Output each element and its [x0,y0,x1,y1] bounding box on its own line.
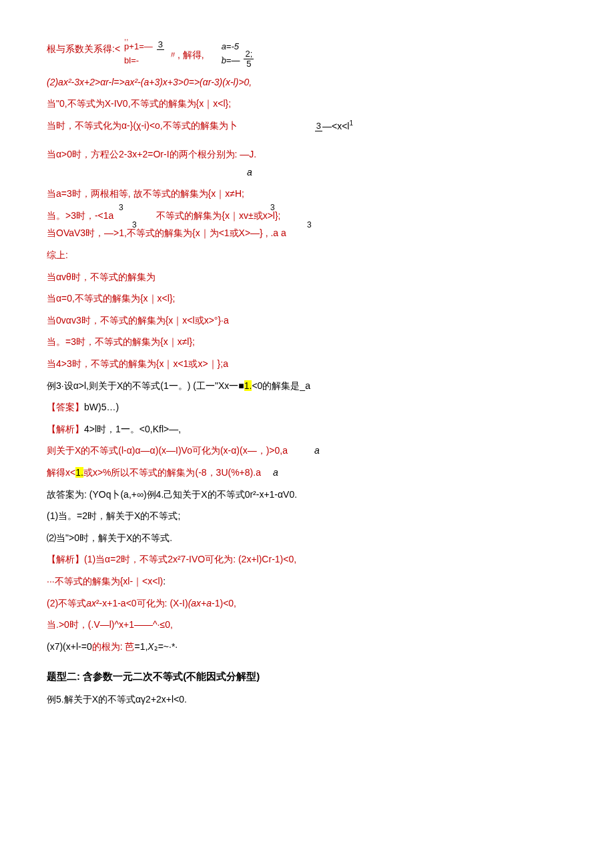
summary-zero: 当α=0,不等式的解集为{x｜x<l}; [47,290,567,308]
analysis-sub1-line: 【解析】(1)当α=2时，不等式2x²7-IVO可化为: (2x+l)Cr-1)… [47,550,567,568]
sub2-factor-line: (2)不等式ax²-x+1-a<0可化为: (X-I)(ax+a-1)<0, [47,594,567,612]
analysis-2-line: 则关于X的不等式(l-α)α—α)(x—I)Vo可化为(x-α)(x—，)>0,… [47,442,567,460]
frac-3-blank: 3 [157,40,164,50]
vieta-solve: 〃, 解得, [168,46,204,64]
analysis-3-line: 解得x<1.或x>%所以不等式的解集为(-8，3U(%+8).aa [47,464,567,482]
analysis-1-line: 【解析】4>l时，1一。<0,Kfl>—, [47,420,567,438]
case-positive-line: 当α>0时，方程公2-3x+2=Or-I的两个根分别为: —J. a [47,145,567,181]
answer-conclusion-line: 故答案为: (YOq卜(a,+∞)例4.己知关于X的不等式0r²-x+1-αV0… [47,486,567,504]
vieta-result: a=-5 ,b=— [222,40,240,68]
case-0to3-line: 当OVaV3时，—>1,不等式的解集为{x｜为<1或X>—} , .a a 3 … [47,224,567,242]
vieta-relation-line: 根与系数关系得:< ,,p+1=— bl=- 3 〃, 解得, a=-5 ,b=… [47,40,567,69]
step-2-line: (2)ax²-3x+2>αr-l=>ax²-(a+3)x+3>0=>(αr-3)… [47,73,567,91]
case-a3-line: 当a=3时，两根相等, 故不等式的解集为{x｜x≠H; [47,185,567,203]
solution-set-line: ···不等式的解集为{xl-｜<x<l): [47,572,567,590]
case-zero-line: 当"0,不等式为X-IV0,不等式的解集为{x｜x<l}; [47,95,567,113]
frac-2-5: 2; 5 [244,49,254,69]
example-5-line: 例5.解关于X的不等式αγ2+2x+l<0. [47,691,567,709]
summary-gt3: 当4>3时，不等式的解集为{x｜x<1或x>｜};a [47,355,567,373]
sub-2-line: ⑵当">0时，解关于X的不等式. [47,529,567,547]
summary-neg: 当αvθ时，不等式的解集为 [47,268,567,286]
summary-0to3: 当0vαv3时，不等式的解集为{x｜x<l或x>°}·a [47,312,567,330]
frac-3-x: 3—<x<l1 [315,117,353,135]
case-when-text: 当时，不等式化为α-}(χ-i)<o,不等式的解集为卜 [47,117,238,135]
roots-line: (x7)(x+l-=0的根为: 芭=1,X₂=~·*· [47,638,567,656]
section-2-title: 题型二: 含参数一元二次不等式(不能因式分解型) [47,667,567,687]
summary-label: 综上: [47,246,567,264]
when-gt0-line: 当.>0时，(.V—l)^x+1——^·≤0, [47,616,567,634]
example-3-line: 例3·设α>l,则关于X的不等式(1一。) (工一"Xx一■1.<0的解集是_a [47,377,567,395]
vieta-left-brace: ,,p+1=— bl=- [124,40,153,68]
sub-1-line: (1)当。=2时，解关于X的不等式; [47,507,567,525]
summary-eq3: 当。=3时，不等式的解集为{x｜x≠l}; [47,333,567,351]
case-when-line: 当时，不等式化为α-}(χ-i)<o,不等式的解集为卜 3—<x<l1 [47,117,567,135]
vieta-prefix: 根与系数关系得:< [47,40,120,58]
answer-line: 【答案】bW)5…) [47,398,567,416]
